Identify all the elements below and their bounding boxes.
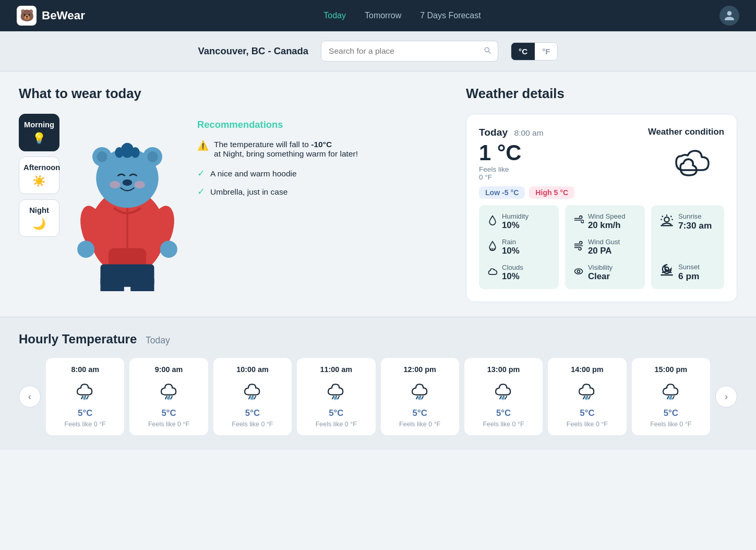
search-button[interactable] bbox=[477, 41, 498, 61]
wd-time: 8:00 am bbox=[514, 128, 544, 137]
main-content: What to wear today Morning 💡 Afternoon ☀… bbox=[0, 71, 756, 317]
svg-line-33 bbox=[670, 216, 671, 217]
navbar: 🐻 BeWear Today Tomorrow 7 Days Forecast bbox=[0, 0, 756, 31]
hourly-time-6: 14:00 pm bbox=[554, 365, 620, 374]
hourly-time-2: 10:00 am bbox=[220, 365, 285, 374]
svg-point-18 bbox=[115, 147, 123, 158]
hourly-feels-0: Feels like 0 °F bbox=[52, 421, 118, 428]
rain-info: Rain 10% bbox=[502, 238, 520, 256]
svg-point-22 bbox=[134, 181, 145, 188]
hourly-weather-icon-0 bbox=[52, 378, 118, 405]
rec-item-1: ✓ A nice and warm hoodie bbox=[197, 168, 453, 179]
hourly-time-7: 15:00 pm bbox=[638, 365, 704, 374]
svg-point-4 bbox=[77, 241, 94, 258]
prev-hour-button[interactable]: ‹ bbox=[19, 386, 41, 408]
sunrise-icon bbox=[659, 213, 674, 231]
user-avatar[interactable] bbox=[719, 6, 739, 26]
celsius-button[interactable]: °C bbox=[511, 43, 535, 60]
hourly-temp-1: 5°C bbox=[136, 408, 201, 419]
windgust-info: Wind Gust 20 PA bbox=[588, 238, 620, 256]
time-tabs: Morning 💡 Afternoon ☀️ Night 🌙 bbox=[19, 114, 59, 237]
night-icon: 🌙 bbox=[23, 218, 55, 230]
app-name: BeWear bbox=[42, 9, 85, 22]
left-section: What to wear today Morning 💡 Afternoon ☀… bbox=[19, 86, 466, 302]
visibility-icon bbox=[573, 266, 584, 279]
tab-afternoon[interactable]: Afternoon ☀️ bbox=[19, 157, 59, 194]
clouds-info: Clouds 10% bbox=[502, 264, 523, 282]
wd-today-label: Today bbox=[479, 127, 508, 138]
app-logo: 🐻 BeWear bbox=[17, 6, 85, 26]
hourly-weather-icon-1 bbox=[136, 378, 201, 405]
hourly-feels-7: Feels like 0 °F bbox=[638, 421, 704, 428]
svg-line-80 bbox=[583, 396, 585, 399]
svg-line-89 bbox=[673, 396, 674, 399]
svg-rect-8 bbox=[100, 275, 124, 291]
hourly-card: 11:00 am 5°C Feels like 0 °F bbox=[297, 358, 375, 435]
humidity-info: Humidity 10% bbox=[502, 212, 529, 231]
nav-tomorrow[interactable]: Tomorrow bbox=[365, 11, 401, 20]
hourly-card: 9:00 am 5°C Feels like 0 °F bbox=[129, 358, 208, 435]
sun-card: Sunrise 7:30 am bbox=[651, 205, 724, 289]
windspeed-info: Wind Speed 20 km/h bbox=[588, 212, 625, 231]
sunset-info: Sunset 6 pm bbox=[678, 263, 700, 282]
bear-figure bbox=[70, 114, 185, 293]
svg-line-75 bbox=[506, 396, 507, 399]
hourly-row: ‹ 8:00 am 5°C Feels like 0 °F 9:00 am bbox=[19, 358, 737, 435]
hourly-card: 14:00 pm 5°C Feels like 0 °F bbox=[548, 358, 626, 435]
hourly-time-1: 9:00 am bbox=[136, 365, 201, 374]
wear-title: What to wear today bbox=[19, 86, 466, 101]
wd-left: Today 8:00 am 1 °C Feels like 0 °F Low -… bbox=[479, 127, 574, 199]
cloud-icon bbox=[648, 141, 724, 190]
hourly-subtitle: Today bbox=[146, 335, 170, 345]
hourly-feels-2: Feels like 0 °F bbox=[220, 421, 285, 428]
svg-line-61 bbox=[338, 396, 340, 399]
morning-icon: 💡 bbox=[23, 132, 55, 145]
hourly-time-4: 12:00 pm bbox=[387, 365, 453, 374]
weather-details-title: Weather details bbox=[466, 86, 737, 101]
svg-line-59 bbox=[332, 396, 334, 399]
high-badge: High 5 °C bbox=[529, 186, 574, 199]
subheader: Vancouver, BC - Canada °C °F bbox=[0, 31, 756, 71]
svg-point-20 bbox=[123, 180, 133, 186]
check-icon-1: ✓ bbox=[197, 168, 205, 179]
hourly-weather-icon-3 bbox=[303, 378, 369, 405]
hourly-time-0: 8:00 am bbox=[52, 365, 118, 374]
nav-forecast[interactable]: 7 Days Forecast bbox=[420, 11, 481, 20]
hourly-temp-0: 5°C bbox=[52, 408, 118, 419]
svg-line-40 bbox=[87, 396, 89, 399]
hourly-title: Hourly Temperature Today bbox=[19, 332, 737, 346]
svg-line-47 bbox=[171, 396, 172, 399]
tab-night[interactable]: Night 🌙 bbox=[19, 199, 59, 237]
hourly-weather-icon-7 bbox=[638, 378, 704, 405]
nav-today[interactable]: Today bbox=[323, 11, 346, 20]
hourly-section: Hourly Temperature Today ‹ 8:00 am 5°C F… bbox=[0, 317, 756, 450]
rec-warning: ⚠️ The temperature will fall to -10°C at… bbox=[197, 140, 453, 159]
svg-point-16 bbox=[147, 151, 158, 162]
search-input[interactable] bbox=[321, 42, 477, 61]
sunset-item: Sunset 6 pm bbox=[659, 263, 716, 282]
check-icon-2: ✓ bbox=[197, 186, 205, 197]
tab-morning[interactable]: Morning 💡 bbox=[19, 114, 59, 151]
svg-point-27 bbox=[578, 270, 580, 273]
next-hour-button[interactable]: › bbox=[715, 386, 737, 408]
hourly-cards: 8:00 am 5°C Feels like 0 °F 9:00 am bbox=[46, 358, 710, 435]
hourly-feels-3: Feels like 0 °F bbox=[303, 421, 369, 428]
wd-condition: Weather condition bbox=[648, 127, 724, 190]
hourly-weather-icon-6 bbox=[554, 378, 620, 405]
search-box[interactable] bbox=[321, 41, 498, 62]
detail-card-left: Humidity 10% bbox=[479, 205, 559, 289]
svg-rect-9 bbox=[130, 275, 154, 291]
bear-logo-icon: 🐻 bbox=[17, 6, 37, 26]
unit-toggle: °C °F bbox=[511, 42, 558, 61]
fahrenheit-button[interactable]: °F bbox=[535, 43, 557, 60]
svg-line-87 bbox=[667, 396, 669, 399]
sunrise-info: Sunrise 7:30 am bbox=[678, 212, 712, 231]
afternoon-label: Afternoon bbox=[23, 163, 55, 172]
weather-details-card: Today 8:00 am 1 °C Feels like 0 °F Low -… bbox=[466, 114, 737, 302]
wd-temperature: 1 °C bbox=[479, 140, 574, 165]
detail-humidity: Humidity 10% bbox=[487, 212, 550, 231]
hourly-temp-3: 5°C bbox=[303, 408, 369, 419]
condition-label: Weather condition bbox=[648, 127, 724, 137]
detail-windspeed: Wind Speed 20 km/h bbox=[573, 212, 637, 231]
recommendations: Recommendations ⚠️ The temperature will … bbox=[185, 114, 466, 210]
